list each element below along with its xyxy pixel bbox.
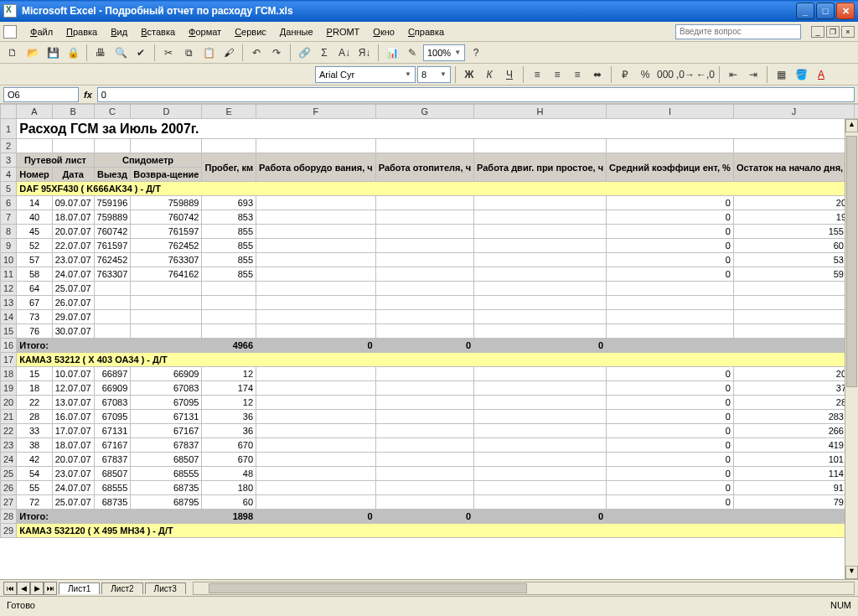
cell[interactable] — [94, 296, 131, 310]
cell[interactable]: 283,3 — [733, 410, 854, 424]
cell[interactable]: 18 — [17, 381, 53, 396]
cell[interactable] — [94, 282, 131, 296]
row-header-13[interactable]: 13 — [1, 296, 17, 310]
cell[interactable]: 09.07.07 — [52, 196, 94, 210]
menu-Формат[interactable]: Формат — [182, 25, 228, 39]
cell[interactable] — [474, 310, 607, 324]
cell[interactable] — [131, 282, 202, 296]
hyperlink-icon[interactable]: 🔗 — [295, 44, 313, 62]
cell[interactable]: 760742 — [94, 225, 131, 239]
col-header-E[interactable]: E — [202, 105, 256, 119]
format-painter-icon[interactable]: 🖌 — [220, 44, 238, 62]
cell[interactable] — [256, 210, 376, 225]
menu-Справка[interactable]: Справка — [401, 25, 451, 39]
cell[interactable]: 57 — [17, 253, 53, 267]
cell[interactable]: 762452 — [131, 239, 202, 253]
cell[interactable] — [256, 196, 376, 210]
cell[interactable] — [256, 424, 376, 438]
cell[interactable]: 16.07.07 — [52, 410, 94, 424]
cell[interactable] — [256, 225, 376, 239]
cell[interactable]: 22.07.07 — [52, 239, 94, 253]
fill-color-icon[interactable]: 🪣 — [792, 65, 810, 84]
cell[interactable]: 73 — [17, 310, 53, 324]
new-icon[interactable]: 🗋 — [3, 44, 22, 62]
maximize-button[interactable]: □ — [816, 3, 835, 19]
sort-asc-icon[interactable]: A↓ — [335, 44, 354, 62]
row-header-7[interactable]: 7 — [1, 210, 17, 225]
worksheet[interactable]: ABCDEFGHIJKLMNO 1Расход ГСМ за Июль 2007… — [0, 104, 858, 579]
cell[interactable] — [375, 495, 473, 510]
cell[interactable] — [256, 367, 376, 381]
cell[interactable]: 266,1 — [733, 424, 854, 438]
cell[interactable]: 289 — [733, 396, 854, 410]
cell[interactable] — [375, 196, 473, 210]
row-header-15[interactable]: 15 — [1, 324, 17, 339]
cell[interactable]: 0 — [607, 239, 734, 253]
cell[interactable]: 67837 — [94, 453, 131, 467]
horizontal-scrollbar[interactable] — [193, 582, 855, 595]
cell[interactable] — [474, 381, 607, 396]
cell[interactable] — [375, 239, 473, 253]
cell[interactable]: 68507 — [131, 453, 202, 467]
increase-indent-icon[interactable]: ⇥ — [744, 65, 762, 84]
cell[interactable] — [256, 481, 376, 495]
cell[interactable]: 68795 — [131, 495, 202, 510]
cell[interactable]: 42 — [17, 453, 53, 467]
cell[interactable]: 670 — [202, 453, 256, 467]
vertical-scrollbar[interactable]: ▲ ▼ — [845, 119, 858, 579]
cell[interactable]: 64 — [17, 282, 53, 296]
decrease-decimal-icon[interactable]: ←,0 — [696, 65, 715, 84]
cell[interactable]: 155,8 — [733, 225, 854, 239]
spellcheck-icon[interactable]: ✔ — [132, 44, 150, 62]
cell[interactable]: 855 — [202, 225, 256, 239]
cell[interactable] — [474, 253, 607, 267]
borders-icon[interactable]: ▦ — [772, 65, 790, 84]
cell[interactable]: 20.07.07 — [52, 453, 94, 467]
cell[interactable]: 101,1 — [733, 453, 854, 467]
increase-decimal-icon[interactable]: ,0→ — [676, 65, 695, 84]
row-header-4[interactable]: 4 — [1, 168, 17, 182]
cell[interactable]: 208 — [733, 196, 854, 210]
col-header-A[interactable]: A — [17, 105, 53, 119]
decrease-indent-icon[interactable]: ⇤ — [724, 65, 742, 84]
redo-icon[interactable]: ↷ — [267, 44, 286, 62]
cell[interactable] — [474, 481, 607, 495]
minimize-button[interactable]: _ — [796, 3, 814, 19]
cell[interactable] — [733, 310, 854, 324]
cell[interactable] — [474, 424, 607, 438]
copy-icon[interactable]: ⧉ — [179, 44, 198, 62]
cell[interactable]: 759889 — [131, 196, 202, 210]
row-header-1[interactable]: 1 — [1, 119, 17, 139]
cell[interactable]: 14 — [17, 196, 53, 210]
help-icon[interactable]: ? — [467, 44, 485, 62]
underline-icon[interactable]: Ч — [500, 65, 519, 84]
cell[interactable]: 0 — [375, 510, 473, 524]
row-header-25[interactable]: 25 — [1, 467, 17, 481]
cell[interactable]: 180 — [202, 481, 256, 495]
cell[interactable]: 760742 — [131, 210, 202, 225]
cell[interactable] — [256, 239, 376, 253]
open-icon[interactable]: 📂 — [23, 44, 42, 62]
row-header-19[interactable]: 19 — [1, 381, 17, 396]
cell[interactable]: 58 — [17, 267, 53, 282]
cell[interactable] — [375, 367, 473, 381]
cell[interactable] — [256, 495, 376, 510]
cell[interactable] — [256, 253, 376, 267]
comma-icon[interactable]: 000 — [656, 65, 675, 84]
cell[interactable]: 855 — [202, 239, 256, 253]
cell[interactable] — [607, 296, 734, 310]
cell[interactable]: 52 — [17, 239, 53, 253]
cell[interactable]: 66897 — [94, 367, 131, 381]
name-box[interactable]: O6 — [3, 87, 79, 102]
cell[interactable] — [375, 267, 473, 282]
font-name-combo[interactable]: Arial Cyr▼ — [315, 66, 416, 83]
cell[interactable]: 68555 — [94, 481, 131, 495]
help-search-input[interactable] — [675, 24, 801, 39]
cell[interactable]: 374 — [733, 381, 854, 396]
sheet-tab-Лист1[interactable]: Лист1 — [59, 582, 100, 594]
cell[interactable]: 66909 — [131, 367, 202, 381]
cell[interactable] — [474, 210, 607, 225]
cell[interactable]: 855 — [202, 253, 256, 267]
cell[interactable]: 67095 — [131, 396, 202, 410]
row-header-2[interactable]: 2 — [1, 139, 17, 153]
